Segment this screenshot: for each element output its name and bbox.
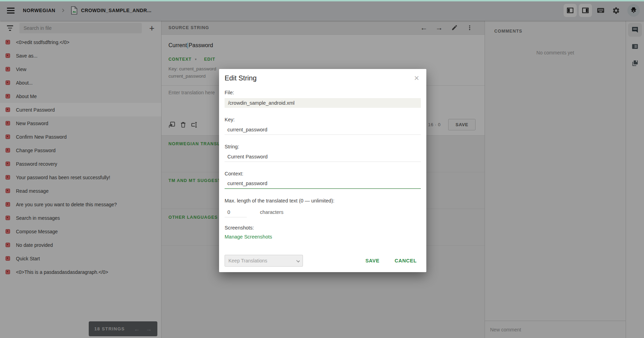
string-input[interactable] [225,151,421,162]
modal-cancel-button[interactable]: CANCEL [395,258,417,263]
string-label: String: [225,143,421,150]
max-length-input[interactable] [225,207,247,217]
close-icon[interactable]: ✕ [412,74,421,82]
file-path-field: /crowdin_sample_android.xml [225,98,421,108]
context-input[interactable] [225,179,421,189]
modal-save-button[interactable]: SAVE [365,258,379,263]
key-input[interactable] [225,124,421,135]
context-label: Context: [225,170,421,177]
progress-bar [0,0,644,1]
manage-screenshots-link[interactable]: Manage Screenshots [225,234,272,240]
file-label: File: [225,89,421,96]
max-length-label: Max. length of the translated text (0 — … [225,197,421,204]
crowdin-editor-screen: NORWEGIAN CROWDIN_SAMPLE_ANDR... [0,0,644,338]
screenshots-label: Screenshots: [225,224,421,231]
characters-label: characters [260,209,284,215]
edit-string-modal: Edit String ✕ File: /crowdin_sample_andr… [219,69,426,272]
modal-title: Edit String [225,74,256,82]
keep-translations-select-wrap: Keep Translations [225,255,303,267]
keep-translations-select[interactable]: Keep Translations [225,255,303,267]
key-label: Key: [225,116,421,123]
